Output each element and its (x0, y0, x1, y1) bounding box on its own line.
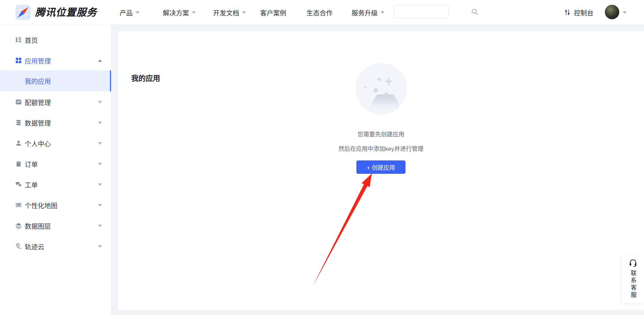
nav-label: 产品 (120, 8, 133, 17)
create-app-button[interactable]: + 创建应用 (356, 160, 406, 174)
console-label: 控制台 (574, 8, 593, 17)
empty-state: 您需要先创建应用 然后在应用中添加key并进行管理 + 创建应用 (278, 63, 484, 174)
nav-label: 生态合作 (307, 8, 333, 17)
nav-label: 服务升级 (352, 8, 378, 17)
nav-item-cases[interactable]: 客户案例 (260, 0, 286, 25)
chevron-down-icon (135, 11, 140, 14)
contact-support-label: 联系客服 (629, 270, 637, 299)
empty-state-line2: 然后在应用中添加key并进行管理 (338, 144, 423, 153)
sidebar-item-my-apps[interactable]: 我的应用 (0, 70, 111, 91)
console-link[interactable]: 控制台 (564, 0, 593, 25)
chevron-down-icon (98, 204, 102, 206)
search-icon[interactable] (471, 8, 478, 15)
sidebar-item-app-management[interactable]: 应用管理 (0, 50, 111, 71)
sidebar-item-label: 我的应用 (25, 76, 51, 86)
page-title: 我的应用 (131, 72, 160, 83)
sidebar-item-quota[interactable]: 配额管理 (0, 92, 111, 112)
app-grid-icon (15, 57, 22, 64)
brand-logo-icon[interactable] (15, 4, 31, 20)
sidebar-item-tickets[interactable]: 工单 (0, 174, 111, 195)
sidebar-item-label: 数据管理 (25, 118, 51, 127)
quota-chart-icon (15, 99, 22, 105)
chevron-down-icon (98, 245, 102, 248)
sidebar-item-data-layers[interactable]: 数据图层 (0, 215, 111, 236)
nav-item-solutions[interactable]: 解决方案 (163, 0, 196, 25)
nav-item-ecosystem[interactable]: 生态合作 (307, 0, 333, 25)
track-pin-icon (15, 243, 22, 250)
nav-label: 客户案例 (260, 8, 286, 17)
chevron-down-icon (98, 163, 102, 165)
empty-box-illustration (355, 63, 407, 114)
chevron-down-icon (380, 11, 385, 14)
sliders-icon (564, 9, 571, 16)
headset-icon (629, 258, 637, 267)
nav-item-products[interactable]: 产品 (120, 0, 140, 25)
sidebar-item-data-management[interactable]: 数据管理 (0, 112, 111, 133)
top-bar: 腾讯位置服务 产品 解决方案 开发文档 客户案例 生态合作 服务升级 (0, 0, 644, 25)
content-card: 我的应用 (118, 31, 644, 310)
search-box (394, 5, 449, 18)
chevron-down-icon (242, 11, 246, 14)
chevron-down-icon (192, 11, 196, 14)
brand-title: 腾讯位置服务 (35, 0, 97, 25)
avatar-chevron-down-icon[interactable] (623, 11, 627, 14)
nav-label: 开发文档 (213, 8, 239, 17)
custom-map-icon (15, 202, 22, 209)
sidebar-item-orders[interactable]: 订单 (0, 154, 111, 174)
nav-item-upgrade[interactable]: 服务升级 (352, 0, 385, 25)
sidebar-item-label: 配额管理 (25, 98, 51, 107)
sidebar-item-label: 轨迹云 (25, 242, 44, 251)
chevron-up-icon (98, 59, 102, 62)
sidebar-item-label: 订单 (25, 159, 38, 169)
chevron-down-icon (98, 142, 102, 145)
chevron-down-icon (98, 101, 102, 103)
nav-label: 解决方案 (163, 8, 189, 17)
database-icon (15, 119, 22, 126)
home-list-icon (15, 36, 22, 43)
sidebar-item-personal-center[interactable]: 个人中心 (0, 133, 111, 154)
sidebar-item-home[interactable]: 首页 (0, 30, 111, 50)
nav-item-docs[interactable]: 开发文档 (213, 0, 246, 25)
sidebar-item-label: 个性化地图 (25, 201, 57, 210)
sidebar-item-label: 应用管理 (25, 56, 51, 65)
clipboard-icon (15, 160, 22, 167)
contact-support-widget[interactable]: 联系客服 (622, 254, 644, 303)
empty-state-line1: 您需要先创建应用 (358, 130, 404, 138)
sidebar-item-track-cloud[interactable]: 轨迹云 (0, 236, 111, 257)
chevron-down-icon (98, 225, 102, 227)
avatar[interactable] (605, 5, 619, 19)
sidebar: 首页 应用管理 我的应用 配额管理 (0, 25, 111, 315)
chevron-down-icon (98, 122, 102, 124)
person-icon (15, 140, 22, 147)
sidebar-item-custom-map[interactable]: 个性化地图 (0, 195, 111, 215)
sidebar-item-label: 工单 (25, 180, 38, 189)
sidebar-item-label: 个人中心 (25, 139, 51, 148)
chat-bubbles-icon (15, 181, 22, 188)
chevron-down-icon (98, 183, 102, 186)
sidebar-item-label: 数据图层 (25, 221, 51, 230)
search-input[interactable] (394, 5, 471, 18)
sidebar-item-label: 首页 (25, 35, 38, 45)
page-root: 腾讯位置服务 产品 解决方案 开发文档 客户案例 生态合作 服务升级 (0, 0, 644, 315)
layers-icon (15, 222, 22, 229)
